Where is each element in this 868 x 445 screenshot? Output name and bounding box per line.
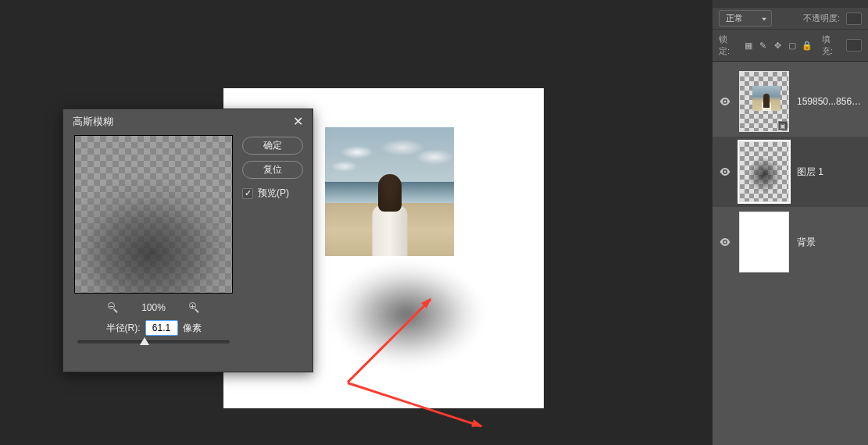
layer-thumbnail[interactable] — [739, 141, 789, 202]
smart-object-icon: ▣ — [778, 121, 788, 130]
preview-checkbox-label: 预览(P) — [258, 187, 289, 200]
layers-panel: 正常 不透明度: 锁定: ▦ ✎ ✥ ▢ 🔒 填充: ▣ 159850...85… — [712, 0, 868, 445]
ok-button[interactable]: 确定 — [242, 137, 303, 155]
visibility-icon[interactable] — [719, 166, 731, 178]
lock-label: 锁定: — [719, 34, 738, 57]
layer-item[interactable]: 图层 1 — [713, 137, 868, 207]
close-icon[interactable]: ✕ — [291, 114, 305, 129]
zoom-in-icon[interactable] — [188, 301, 201, 314]
photo-layer-render — [325, 127, 454, 256]
layer-name[interactable]: 159850...85656 — [797, 96, 862, 107]
zoom-percent: 100% — [137, 302, 171, 313]
smudge-layer-render — [302, 233, 513, 397]
layer-item[interactable]: ▣ 159850...85656 — [713, 66, 868, 137]
radius-label: 半径(R): — [106, 322, 141, 335]
radius-slider[interactable] — [77, 340, 230, 344]
gaussian-blur-dialog: 高斯模糊 ✕ 100% 半径(R): 像素 — [63, 109, 313, 372]
lock-brush-icon[interactable]: ✎ — [758, 41, 768, 51]
opacity-input[interactable] — [846, 12, 862, 25]
layer-thumbnail[interactable]: ▣ — [739, 71, 789, 132]
radius-units: 像素 — [183, 322, 202, 335]
checkbox-checked-icon[interactable]: ✓ — [242, 188, 253, 199]
layer-name[interactable]: 图层 1 — [797, 166, 862, 179]
lock-transparent-icon[interactable]: ▦ — [743, 41, 753, 51]
layer-item[interactable]: 背景 — [713, 207, 868, 277]
visibility-icon[interactable] — [719, 236, 731, 248]
preview-content — [75, 136, 232, 293]
layers-list: ▣ 159850...85656 图层 1 背景 — [713, 62, 868, 282]
panel-drag-bar[interactable] — [713, 0, 868, 8]
zoom-out-icon[interactable] — [107, 301, 120, 314]
layer-name[interactable]: 背景 — [797, 236, 862, 249]
dialog-title: 高斯模糊 — [73, 115, 113, 129]
preview-checkbox-row[interactable]: ✓ 预览(P) — [242, 185, 303, 200]
opacity-label: 不透明度: — [803, 12, 840, 24]
dialog-titlebar[interactable]: 高斯模糊 ✕ — [63, 109, 313, 134]
lock-all-icon[interactable]: 🔒 — [802, 41, 813, 51]
fill-input[interactable] — [846, 39, 862, 52]
reset-button[interactable]: 复位 — [242, 161, 303, 179]
fill-label: 填充: — [822, 34, 841, 57]
visibility-icon[interactable] — [719, 95, 731, 108]
filter-preview[interactable] — [74, 135, 233, 294]
radius-input[interactable] — [145, 320, 178, 336]
lock-artboard-icon[interactable]: ▢ — [788, 41, 798, 51]
blend-mode-dropdown[interactable]: 正常 — [719, 10, 772, 27]
slider-thumb[interactable] — [140, 337, 149, 345]
lock-move-icon[interactable]: ✥ — [773, 41, 783, 51]
layer-thumbnail[interactable] — [739, 212, 789, 272]
